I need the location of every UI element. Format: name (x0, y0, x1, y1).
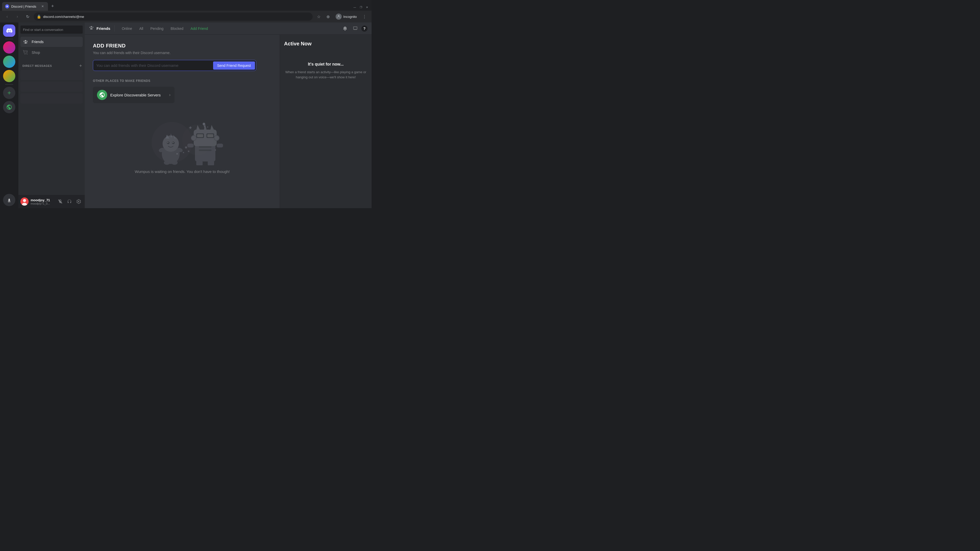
friends-nav-online[interactable]: Online (119, 25, 135, 32)
friend-username-input[interactable] (96, 61, 213, 70)
svg-point-37 (191, 135, 196, 141)
quiet-description: When a friend starts an activity—like pl… (284, 70, 368, 79)
browser-chrome: Discord | Friends ✕ + — ❐ ✕ ‹ › ↻ 🔒 disc… (0, 0, 372, 22)
browser-toolbar: ‹ › ↻ 🔒 discord.com/channels/@me ☆ ⊕ Inc… (0, 11, 372, 22)
svg-point-17 (164, 161, 170, 165)
user-tag: moodjoy71_0... (30, 202, 54, 205)
dm-item-placeholder-3 (21, 94, 83, 103)
friends-content: ADD FRIEND You can add friends with thei… (85, 35, 280, 208)
sidebar-item-shop[interactable]: Shop (21, 48, 83, 58)
user-panel: moodjoy_71 moodjoy71_0... (18, 195, 85, 208)
mute-button[interactable] (56, 197, 64, 206)
settings-button[interactable] (75, 197, 83, 206)
dm-item-placeholder-2 (21, 82, 83, 92)
friends-nav-icon (22, 39, 29, 45)
friends-header-icon (89, 25, 94, 32)
server-item-2[interactable] (3, 56, 15, 68)
svg-point-38 (214, 135, 219, 141)
add-server-button[interactable]: + (3, 87, 15, 99)
friends-header-title: Friends (97, 26, 110, 30)
svg-point-39 (185, 146, 187, 148)
main-content: Friends Online All Pending Blocked Add F… (85, 22, 372, 208)
send-friend-request-button[interactable]: Send Friend Request (213, 62, 255, 70)
address-bar[interactable]: 🔒 discord.com/channels/@me (34, 13, 313, 21)
reload-button[interactable]: ↻ (24, 13, 32, 21)
deafen-button[interactable] (65, 197, 73, 206)
search-input[interactable] (21, 25, 83, 34)
maximize-button[interactable]: ❐ (358, 5, 363, 10)
server-separator (5, 39, 13, 39)
explore-servers-card[interactable]: Explore Discoverable Servers › (93, 87, 175, 103)
dm-header-text: Direct Messages (22, 64, 52, 67)
svg-point-20 (177, 153, 178, 155)
tab-title: Discord | Friends (11, 5, 38, 8)
other-places-title: OTHER PLACES TO MAKE FRIENDS (93, 79, 272, 83)
shop-nav-icon (22, 49, 29, 56)
wumpus-area: Wumpus is waiting on friends. You don't … (93, 109, 272, 179)
wumpus-illustration (126, 114, 239, 165)
explore-servers-text: Explore Discoverable Servers (110, 93, 166, 97)
minimize-button[interactable]: — (352, 5, 357, 10)
wumpus-caption: Wumpus is waiting on friends. You don't … (135, 169, 230, 174)
dm-header: Direct Messages + (18, 60, 85, 69)
svg-point-4 (23, 199, 26, 202)
dm-list (18, 69, 85, 195)
sidebar-item-friends[interactable]: Friends (21, 37, 83, 47)
svg-rect-27 (197, 134, 203, 137)
shop-label: Shop (32, 51, 40, 55)
friends-nav-blocked[interactable]: Blocked (168, 25, 186, 32)
new-tab-button[interactable]: + (49, 3, 56, 10)
svg-point-10 (162, 135, 179, 152)
browser-menu-button[interactable]: ⋮ (360, 13, 369, 21)
tab-close-button[interactable]: ✕ (40, 4, 45, 9)
svg-rect-33 (187, 144, 194, 148)
active-tab[interactable]: Discord | Friends ✕ (2, 2, 48, 11)
help-button[interactable]: ? (361, 25, 368, 32)
server-item-1[interactable] (3, 41, 15, 54)
header-actions: ? (341, 24, 368, 33)
incognito-icon (336, 14, 342, 20)
url-display: discord.com/channels/@me (43, 15, 310, 19)
server-item-3[interactable] (3, 70, 15, 82)
notifications-button[interactable] (341, 24, 349, 33)
new-dm-button[interactable]: + (79, 64, 83, 68)
search-area (18, 22, 85, 35)
svg-rect-35 (196, 161, 203, 165)
username: moodjoy_71 (30, 198, 54, 202)
quiet-title: It's quiet for now... (308, 62, 344, 67)
friends-nav-all[interactable]: All (136, 25, 146, 32)
active-now-sidebar: Active Now It's quiet for now... When a … (280, 35, 372, 208)
security-icon: 🔒 (37, 14, 41, 19)
add-friend-title: ADD FRIEND (93, 43, 272, 49)
discord-home-button[interactable] (3, 24, 15, 37)
channel-nav: Friends Shop (18, 35, 85, 60)
close-window-button[interactable]: ✕ (364, 5, 369, 10)
add-friend-section: ADD FRIEND You can add friends with thei… (93, 43, 272, 71)
svg-rect-28 (207, 134, 213, 137)
back-button[interactable]: ‹ (3, 13, 11, 21)
tab-bar: Discord | Friends ✕ + — ❐ ✕ (0, 0, 372, 11)
forward-button[interactable]: › (13, 13, 21, 21)
add-friend-form: Send Friend Request (93, 60, 256, 71)
svg-point-41 (183, 152, 184, 153)
inbox-button[interactable] (351, 24, 360, 33)
explore-servers-icon (97, 90, 107, 100)
friends-label: Friends (32, 40, 44, 44)
friends-nav-add-friend[interactable]: Add Friend (187, 25, 211, 32)
extension-button[interactable]: ⊕ (324, 13, 332, 21)
incognito-button[interactable]: Incognito (333, 13, 360, 21)
svg-point-18 (172, 161, 178, 165)
svg-rect-32 (199, 149, 212, 151)
download-apps-button[interactable] (3, 194, 15, 206)
bookmark-button[interactable]: ☆ (315, 13, 323, 21)
friends-nav-pending[interactable]: Pending (147, 25, 166, 32)
active-now-title: Active Now (284, 41, 368, 47)
discover-servers-button[interactable] (3, 101, 15, 113)
friends-title-area: Friends (89, 25, 115, 32)
dm-item-placeholder-1 (21, 70, 83, 80)
server-separator-2 (5, 84, 13, 85)
tab-favicon (5, 4, 9, 8)
svg-rect-31 (199, 146, 212, 148)
svg-point-30 (203, 123, 205, 125)
browser-actions: ☆ ⊕ Incognito ⋮ (315, 13, 369, 21)
